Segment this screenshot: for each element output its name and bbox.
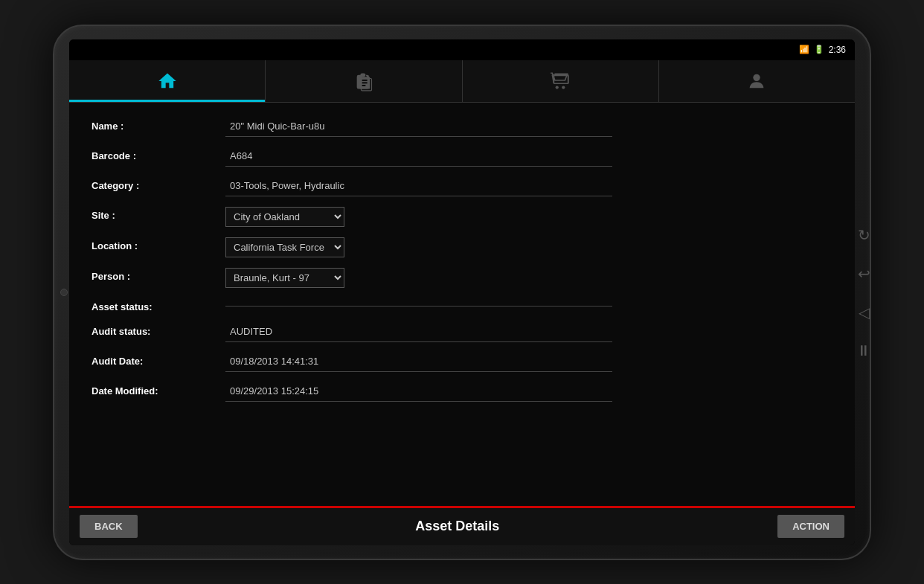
value-audit-status: AUDITED <box>225 323 612 342</box>
value-container-person: Braunle, Kurt - 97 <box>225 268 612 288</box>
tab-documents[interactable] <box>266 60 462 102</box>
tablet-device: 📶 🔋 2:36 <box>53 25 871 560</box>
back-button[interactable]: BACK <box>80 515 138 538</box>
value-name: 20" Midi Quic-Bar-u8u <box>225 118 612 137</box>
back-nav-icon[interactable]: ◁ <box>859 303 870 321</box>
form-row-person: Person : Braunle, Kurt - 97 <box>92 268 832 288</box>
left-side-indicator <box>60 289 68 296</box>
value-container-name: 20" Midi Quic-Bar-u8u <box>225 118 612 137</box>
value-container-audit-status: AUDITED <box>225 323 612 342</box>
wifi-icon: 📶 <box>799 45 809 54</box>
battery-icon: 🔋 <box>814 45 824 54</box>
status-time: 2:36 <box>829 45 846 55</box>
tablet-screen: 📶 🔋 2:36 <box>69 39 855 545</box>
value-container-site: City of Oakland <box>225 207 612 227</box>
delete-icon[interactable]: ⏸ <box>856 341 871 359</box>
value-container-audit-date: 09/18/2013 14:41:31 <box>225 353 612 372</box>
dropdown-person[interactable]: Braunle, Kurt - 97 <box>225 268 344 288</box>
label-barcode: Barcode : <box>92 147 225 161</box>
value-category: 03-Tools, Power, Hydraulic <box>225 177 612 196</box>
value-date-modified: 09/29/2013 15:24:15 <box>225 382 612 402</box>
value-audit-date: 09/18/2013 14:41:31 <box>225 353 612 372</box>
form-row-location: Location : California Task Force <box>92 237 832 257</box>
cart-icon <box>549 71 571 92</box>
value-container-location: California Task Force <box>225 237 612 257</box>
tab-home[interactable] <box>69 60 266 102</box>
dropdown-location[interactable]: California Task Force <box>225 237 344 257</box>
svg-point-5 <box>556 86 559 89</box>
form-row-barcode: Barcode : A684 <box>92 147 832 167</box>
page-title: Asset Details <box>415 519 499 534</box>
nav-tabs <box>69 60 855 103</box>
form-row-category: Category : 03-Tools, Power, Hydraulic <box>92 177 832 196</box>
tab-cart[interactable] <box>463 60 659 102</box>
form-row-audit-date: Audit Date: 09/18/2013 14:41:31 <box>92 353 832 372</box>
label-audit-status: Audit status: <box>92 323 225 337</box>
value-container-category: 03-Tools, Power, Hydraulic <box>225 177 612 196</box>
bottom-bar: BACK Asset Details ACTION <box>69 508 855 545</box>
form-row-asset-status: Asset status: <box>92 298 832 312</box>
form-row-site: Site : City of Oakland <box>92 207 832 227</box>
status-icons: 📶 🔋 2:36 <box>799 45 846 55</box>
side-buttons: ↻ ↩ ◁ ⏸ <box>856 225 871 359</box>
label-date-modified: Date Modified: <box>92 382 225 397</box>
value-container-date-modified: 09/29/2013 15:24:15 <box>225 382 612 402</box>
value-container-asset-status <box>225 298 612 307</box>
label-audit-date: Audit Date: <box>92 353 225 367</box>
action-button[interactable]: ACTION <box>777 515 844 538</box>
documents-icon <box>353 71 374 92</box>
value-container-barcode: A684 <box>225 147 612 167</box>
tab-profile[interactable] <box>659 60 855 102</box>
value-barcode: A684 <box>225 147 612 167</box>
form-row-audit-status: Audit status: AUDITED <box>92 323 832 342</box>
label-category: Category : <box>92 177 225 191</box>
profile-icon <box>746 71 767 92</box>
svg-point-11 <box>754 74 760 80</box>
label-location: Location : <box>92 237 225 251</box>
label-site: Site : <box>92 207 225 221</box>
svg-point-6 <box>562 86 565 89</box>
value-asset-status <box>225 298 612 307</box>
rotate-icon[interactable]: ↻ <box>858 225 870 243</box>
form-row-name: Name : 20" Midi Quic-Bar-u8u <box>92 118 832 137</box>
label-person: Person : <box>92 268 225 282</box>
home-icon <box>157 71 178 92</box>
status-bar: 📶 🔋 2:36 <box>69 39 855 60</box>
content-area: Name : 20" Midi Quic-Bar-u8u Barcode : A… <box>69 103 855 506</box>
form-row-date-modified: Date Modified: 09/29/2013 15:24:15 <box>92 382 832 402</box>
dropdown-site[interactable]: City of Oakland <box>225 207 344 227</box>
undo-icon[interactable]: ↩ <box>858 264 870 282</box>
label-asset-status: Asset status: <box>92 298 225 312</box>
label-name: Name : <box>92 118 225 132</box>
